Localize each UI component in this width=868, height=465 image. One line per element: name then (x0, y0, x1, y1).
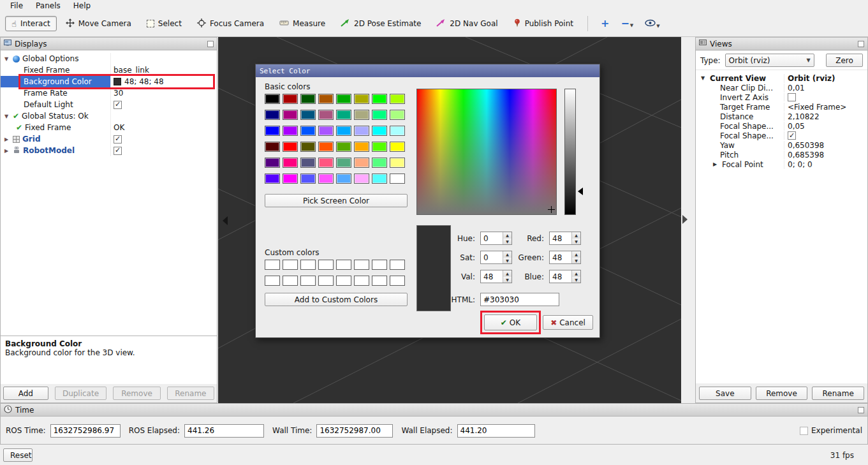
hue-saturation-picker[interactable] (416, 89, 557, 215)
custom-color-swatch[interactable] (318, 276, 334, 286)
expander-right-icon[interactable]: ▶ (4, 137, 10, 142)
basic-color-swatch[interactable] (300, 173, 316, 184)
view-row-current-view[interactable]: ▼Current View Orbit (rviz) (696, 73, 867, 83)
expander-down-icon[interactable]: ▼ (4, 56, 10, 62)
basic-color-swatch[interactable] (283, 173, 298, 184)
basic-color-swatch[interactable] (336, 126, 351, 136)
spin-up-icon[interactable]: ▲ (503, 270, 511, 277)
view-row-focal-point[interactable]: ▶Focal Point 0; 0; 0 (696, 159, 867, 169)
ros-time-input[interactable] (50, 424, 121, 438)
basic-color-swatch[interactable] (283, 94, 298, 104)
rename-button[interactable]: Rename (812, 387, 864, 400)
basic-color-swatch[interactable] (318, 110, 334, 120)
view-row-invert-z[interactable]: Invert Z Axis (696, 92, 867, 102)
panel-float-button[interactable] (858, 407, 864, 413)
basic-color-swatch[interactable] (265, 173, 280, 184)
basic-color-swatch[interactable] (354, 110, 369, 120)
spin-down-icon[interactable]: ▼ (503, 239, 511, 245)
panel-collapse-right-handle[interactable] (682, 215, 688, 224)
ok-button[interactable]: ✔ OK (484, 314, 537, 330)
reset-button[interactable]: Reset (3, 448, 33, 462)
tree-row-global-status[interactable]: ▼ ✔ Global Status: Ok (1, 110, 217, 122)
wall-time-input[interactable] (316, 424, 393, 438)
custom-color-swatch[interactable] (390, 260, 405, 270)
custom-color-swatch[interactable] (283, 260, 298, 270)
basic-color-swatch[interactable] (318, 158, 334, 168)
custom-color-swatch[interactable] (265, 260, 280, 270)
tool-2d-pose-estimate[interactable]: 2D Pose Estimate (334, 15, 427, 33)
checkbox-unchecked[interactable] (788, 93, 796, 101)
zoom-in-button[interactable]: + (597, 17, 613, 30)
tree-value[interactable]: base_link (114, 66, 149, 75)
view-row-distance[interactable]: Distance 2,10822 (696, 112, 867, 121)
checkbox-checked[interactable] (788, 131, 796, 140)
basic-color-swatch[interactable] (318, 173, 334, 184)
basic-color-swatch[interactable] (372, 94, 387, 104)
rename-button[interactable]: Rename (167, 387, 214, 400)
value-slider[interactable] (564, 89, 576, 215)
remove-button[interactable]: Remove (756, 387, 808, 400)
expander-right-icon[interactable]: ▶ (4, 148, 10, 154)
basic-color-swatch[interactable] (283, 126, 298, 136)
panel-float-button[interactable] (858, 41, 864, 47)
basic-color-swatch[interactable] (390, 173, 405, 184)
tool-interact[interactable]: ☝ Interact (5, 16, 57, 31)
basic-color-swatch[interactable] (390, 94, 405, 104)
tree-row-fixed-frame-status[interactable]: ✔ Fixed Frame OK (1, 122, 217, 133)
camera-visibility-button[interactable]: ▼ (641, 17, 663, 31)
blue-spinbox[interactable]: 48▲▼ (549, 270, 581, 283)
tool-measure[interactable]: Measure (273, 16, 332, 32)
checkbox-checked[interactable] (114, 147, 122, 155)
basic-color-swatch[interactable] (354, 94, 369, 104)
view-row-target-frame[interactable]: Target Frame <Fixed Frame> (696, 102, 867, 112)
basic-color-swatch[interactable] (318, 126, 334, 136)
view-row-focal-shape-size[interactable]: Focal Shape... 0,05 (696, 121, 867, 131)
tree-row-fixed-frame[interactable]: Fixed Frame base_link (1, 64, 217, 76)
wall-elapsed-input[interactable] (457, 424, 535, 438)
basic-color-swatch[interactable] (390, 110, 405, 120)
tree-row-robotmodel[interactable]: ▶ RobotModel (1, 145, 217, 156)
custom-color-swatch[interactable] (318, 260, 334, 270)
view-row-focal-shape-fixed[interactable]: Focal Shape... (696, 131, 867, 140)
custom-color-swatch[interactable] (265, 276, 280, 286)
basic-color-swatch[interactable] (283, 142, 298, 152)
basic-color-swatch[interactable] (354, 142, 369, 152)
menu-panels[interactable]: Panels (31, 1, 66, 10)
custom-color-swatch[interactable] (390, 276, 405, 286)
basic-color-swatch[interactable] (372, 173, 387, 184)
sat-spinbox[interactable]: 0▲▼ (480, 251, 512, 264)
expander-down-icon[interactable]: ▼ (701, 75, 707, 81)
spin-up-icon[interactable]: ▲ (572, 251, 580, 258)
basic-color-swatch[interactable] (354, 173, 369, 184)
basic-color-swatch[interactable] (283, 158, 298, 168)
panel-collapse-left-handle[interactable] (223, 216, 228, 225)
expander-down-icon[interactable]: ▼ (4, 114, 10, 119)
custom-color-swatch[interactable] (354, 260, 369, 270)
menu-file[interactable]: File (5, 1, 28, 10)
basic-color-swatch[interactable] (354, 126, 369, 136)
basic-color-swatch[interactable] (336, 158, 351, 168)
basic-color-swatch[interactable] (318, 94, 334, 104)
experimental-checkbox[interactable] (800, 427, 808, 435)
expander-right-icon[interactable]: ▶ (713, 161, 719, 167)
add-button[interactable]: Add (3, 387, 48, 400)
spin-down-icon[interactable]: ▼ (572, 258, 580, 264)
custom-color-swatch[interactable] (336, 276, 351, 286)
tree-row-background-color[interactable]: Background Color 48; 48; 48 (1, 76, 217, 87)
custom-color-swatch[interactable] (300, 260, 316, 270)
basic-color-swatch[interactable] (372, 142, 387, 152)
color-swatch[interactable] (114, 78, 121, 85)
basic-color-swatch[interactable] (390, 158, 405, 168)
view-type-combobox[interactable]: Orbit (rviz) ▼ (725, 54, 814, 67)
custom-color-swatch[interactable] (300, 276, 316, 286)
custom-color-swatch[interactable] (283, 276, 298, 286)
html-color-input[interactable] (480, 293, 559, 306)
checkbox-checked[interactable] (114, 101, 122, 109)
basic-color-swatch[interactable] (336, 173, 351, 184)
custom-color-swatch[interactable] (372, 276, 387, 286)
basic-color-swatch[interactable] (336, 110, 351, 120)
basic-color-swatch[interactable] (265, 126, 280, 136)
hue-spinbox[interactable]: 0▲▼ (480, 232, 512, 245)
basic-color-swatch[interactable] (390, 126, 405, 136)
menu-help[interactable]: Help (68, 1, 96, 10)
